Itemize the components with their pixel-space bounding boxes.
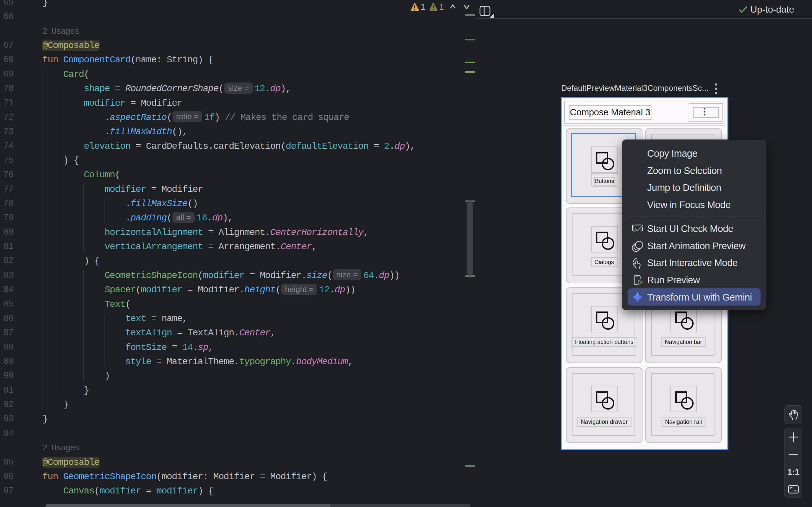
svg-text:1:1: 1:1 bbox=[788, 467, 799, 476]
svg-text:1: 1 bbox=[439, 2, 444, 12]
svg-text:1: 1 bbox=[420, 2, 425, 12]
